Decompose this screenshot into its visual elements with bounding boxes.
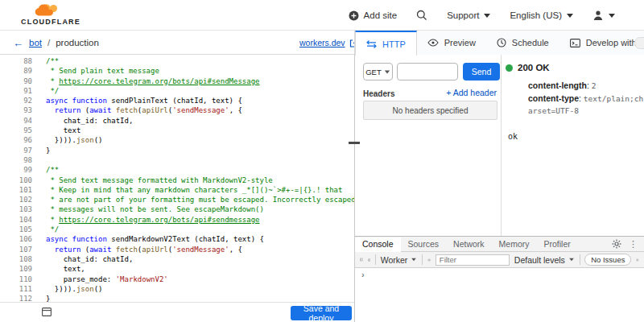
devtools-tabbar: Console Sources Network Memory Profiler — [355, 237, 644, 252]
code-line[interactable]: 97} — [0, 146, 354, 155]
code-line[interactable]: 108 chat_id: chatId, — [0, 254, 354, 264]
support-menu[interactable]: Support — [447, 10, 490, 20]
code-line[interactable]: 93 return (await fetch(apiUrl('sendMessa… — [0, 105, 354, 115]
tab-http-label: HTTP — [382, 39, 406, 49]
devtools-tab-sources[interactable]: Sources — [401, 237, 447, 251]
live-expression-eye-icon[interactable] — [427, 256, 431, 264]
support-label: Support — [447, 10, 479, 20]
code-line[interactable]: 102 * are not part of your formatting mu… — [0, 195, 354, 204]
console-output[interactable]: › — [355, 268, 644, 322]
breadcrumb-current: production — [56, 38, 99, 47]
line-number: 107 — [0, 245, 32, 254]
devtools-tab-memory[interactable]: Memory — [492, 237, 537, 251]
add-header-button[interactable]: + Add header — [446, 88, 497, 97]
line-number: 89 — [0, 66, 32, 76]
line-number: 97 — [0, 146, 32, 155]
method-select[interactable]: GET — [363, 63, 393, 80]
console-sidebar-icon[interactable] — [360, 255, 363, 264]
tab-schedule[interactable]: Schedule — [486, 31, 559, 55]
code-line[interactable]: 111 }))).json() — [0, 284, 354, 294]
tab-schedule-label: Schedule — [512, 38, 549, 47]
code-line[interactable]: 107 return (await fetch(apiUrl('sendMess… — [0, 245, 354, 254]
code-line[interactable]: 99/** — [0, 165, 354, 175]
console-prompt[interactable]: › — [361, 270, 365, 279]
context-selector[interactable]: Worker — [381, 255, 418, 265]
line-number: 100 — [0, 175, 32, 185]
cloudflare-logo[interactable]: CLOUDFLARE — [21, 2, 72, 28]
account-menu[interactable] — [592, 10, 615, 21]
line-number: 111 — [0, 284, 32, 294]
console-drawer-icon[interactable] — [42, 308, 52, 316]
tab-preview[interactable]: Preview — [417, 31, 486, 55]
log-levels-label: Default levels — [514, 255, 565, 265]
devtools-tab-network[interactable]: Network — [446, 237, 492, 251]
headers-label: Headers — [363, 89, 394, 98]
clock-icon — [497, 38, 506, 47]
context-label: Worker — [381, 255, 408, 265]
code-line[interactable]: 89 * Send plain text message — [0, 66, 354, 76]
tab-wrangler-cli[interactable]: Develop with Wrangler CLI — [559, 31, 644, 55]
line-number: 106 — [0, 234, 32, 244]
code-line[interactable]: 110 parse_mode: 'MarkdownV2' — [0, 275, 354, 284]
console-settings-gear-icon[interactable] — [636, 255, 639, 265]
code-line[interactable]: 91 */ — [0, 86, 354, 96]
breadcrumb-back-link[interactable]: bot — [29, 38, 42, 47]
line-number: 102 — [0, 195, 32, 204]
code-line[interactable]: 112} — [0, 294, 354, 302]
code-line[interactable]: 96 }))).json() — [0, 135, 354, 145]
code-lines: 88/**89 * Send plain text message90 * ht… — [0, 56, 354, 302]
tab-http[interactable]: HTTP — [355, 31, 417, 56]
code-line[interactable]: 109 text, — [0, 264, 354, 274]
terminal-icon — [570, 39, 580, 47]
response-column: 200 OK content-length: 2 content-type: t… — [502, 55, 644, 236]
devtools-toolbar: Worker Default levels No Issues — [355, 252, 644, 268]
code-line[interactable]: 94 chat_id: chatId, — [0, 116, 354, 126]
console-filter-input[interactable] — [436, 254, 510, 266]
log-levels-selector[interactable]: Default levels — [514, 255, 575, 265]
breadcrumb-separator: / — [47, 38, 50, 47]
save-and-deploy-button[interactable]: Save and deploy — [291, 306, 352, 320]
cloudflare-cloud-icon — [32, 2, 61, 17]
devtools-tab-console[interactable]: Console — [355, 237, 401, 252]
code-line[interactable]: 105 */ — [0, 225, 354, 234]
workers-dev-label: workers.dev — [299, 38, 345, 47]
clear-console-icon[interactable] — [368, 255, 371, 265]
no-issues-button[interactable]: No Issues — [584, 254, 631, 266]
gear-icon[interactable] — [612, 239, 621, 249]
add-site-button[interactable]: Add site — [349, 10, 398, 21]
code-line[interactable]: 90 * https://core.telegram.org/bots/api#… — [0, 76, 354, 86]
breadcrumb: ← bot / production — [13, 31, 99, 55]
pane-resize-handle[interactable] — [349, 142, 360, 144]
code-line[interactable]: 106async function sendMarkdownV2Text (ch… — [0, 234, 354, 244]
code-line[interactable]: 98 — [0, 155, 354, 165]
line-number: 92 — [0, 96, 32, 105]
devtools: Console Sources Network Memory Profiler — [355, 236, 644, 322]
code-line[interactable]: 88/** — [0, 56, 354, 66]
code-editor[interactable]: 88/**89 * Send plain text message90 * ht… — [0, 55, 354, 302]
chevron-down-icon — [385, 70, 390, 73]
devtools-tab-profiler[interactable]: Profiler — [537, 237, 578, 251]
line-number: 90 — [0, 76, 32, 86]
code-line[interactable]: 92async function sendPlainText (chatId, … — [0, 96, 354, 105]
add-site-label: Add site — [364, 10, 398, 20]
code-line[interactable]: 103 * messages will not be sent. See esc… — [0, 204, 354, 214]
line-number: 105 — [0, 225, 32, 234]
request-url-input[interactable] — [397, 63, 458, 80]
back-arrow-icon[interactable]: ← — [13, 37, 23, 49]
code-line[interactable]: 100 * Send text message formatted with M… — [0, 175, 354, 185]
code-line[interactable]: 104 * https://core.telegram.org/bots/api… — [0, 215, 354, 225]
code-line[interactable]: 95 text — [0, 126, 354, 135]
send-button[interactable]: Send — [463, 63, 500, 80]
kebab-menu-icon[interactable]: ⋮ — [629, 240, 638, 249]
request-column: GET Send Headers + Add header No headers… — [355, 55, 502, 236]
tab-overflow-pill — [634, 37, 644, 49]
search-icon[interactable] — [416, 10, 427, 21]
http-panel: GET Send Headers + Add header No headers… — [354, 55, 644, 322]
line-number: 94 — [0, 116, 32, 126]
user-icon — [592, 10, 604, 21]
language-menu[interactable]: English (US) — [510, 10, 573, 20]
cloudflare-workers-editor: CLOUDFLARE Add site Support English (US — [0, 0, 644, 322]
sub-header: ← bot / production workers.dev HTTP — [0, 31, 644, 55]
workers-dev-link[interactable]: workers.dev — [299, 31, 358, 55]
code-line[interactable]: 101 * Keep in mind that any markdown cha… — [0, 185, 354, 195]
